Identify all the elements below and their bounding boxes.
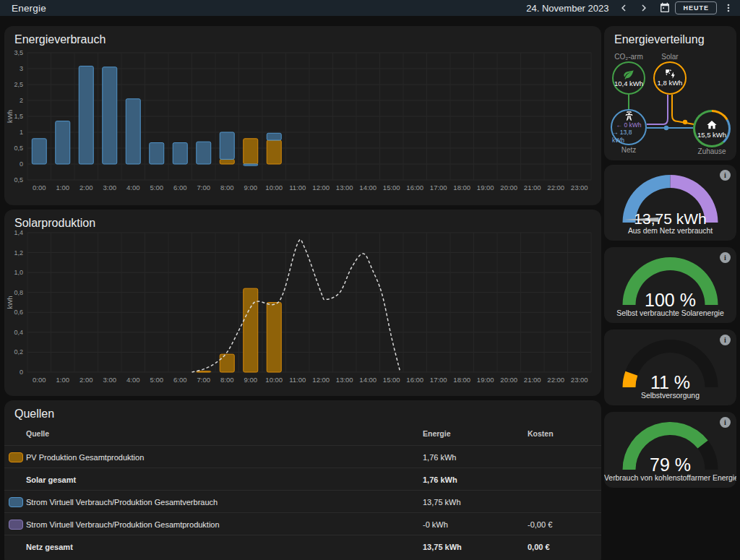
x-tick-label: 5:00 (150, 376, 164, 384)
overflow-menu-button[interactable] (723, 2, 734, 14)
y-tick-label: 0,8 (14, 289, 23, 296)
gauge-card-grid-consumption: 13,75 kWhAus dem Netz verbrauchti (604, 165, 736, 241)
energy-consumption-title: Energieverbrauch (14, 33, 106, 46)
bar-Netz[interactable] (150, 143, 164, 164)
leaf-icon (623, 69, 634, 80)
bar-Netz[interactable] (267, 133, 281, 140)
bar-Solarproduktion[interactable] (220, 159, 234, 164)
y-tick-label: 0 (20, 369, 23, 376)
x-tick-label: 23:00 (571, 376, 588, 384)
low-carbon-label: CO₂-arm (614, 53, 642, 61)
bar-Netz[interactable] (220, 132, 234, 159)
previous-day-button[interactable] (616, 0, 632, 16)
flow-dot-solar (683, 120, 687, 124)
x-tick-label: 22:00 (547, 376, 564, 384)
x-tick-label: 23:00 (571, 184, 588, 191)
info-icon-button[interactable]: i (720, 252, 731, 263)
source-energy: -0 kWh (423, 520, 448, 529)
y-tick-label: 0,5 (14, 145, 23, 152)
gauge-value: 79 % (650, 455, 691, 475)
bar-Netz[interactable] (56, 121, 70, 164)
gauge-card-self-sufficiency: 11 %Selbstversorgungi (604, 329, 736, 405)
bar-Solarproduktion[interactable] (197, 371, 211, 373)
source-label: Strom Virtuell Verbrauch/Produktion Gesa… (26, 498, 218, 507)
energy-dashboard: Energie 24. November 2023 HEUTE Energiev… (0, 0, 740, 560)
x-tick-label: 2:00 (79, 376, 93, 384)
x-tick-label: 2:00 (79, 184, 93, 191)
info-icon-button[interactable]: i (720, 335, 731, 345)
bar-Solarproduktion[interactable] (244, 288, 258, 372)
next-day-button[interactable] (636, 0, 652, 16)
bar-Solarproduktion[interactable] (220, 354, 234, 372)
x-tick-label: 15:00 (383, 376, 400, 384)
series-color-swatch (9, 520, 23, 530)
x-tick-label: 8:00 (220, 184, 234, 191)
series-color-swatch (9, 452, 23, 462)
line-grid-solar-return (647, 95, 668, 124)
x-tick-label: 10:00 (265, 184, 283, 191)
y-tick-label: 1 (20, 129, 23, 136)
low-carbon-value: 10,4 kWh (614, 80, 643, 87)
x-tick-label: 20:00 (500, 184, 517, 191)
calendar-icon (659, 2, 671, 14)
gauge-value: 11 % (650, 372, 690, 392)
bar-Netz[interactable] (197, 142, 211, 164)
y-tick-label: 1,5 (14, 113, 23, 120)
gauge-card-self-consumed-solar: 100 %Selbst verbrauchte Solarenergiei (604, 247, 736, 323)
home-icon (706, 119, 718, 131)
bar-Netz[interactable] (173, 143, 187, 164)
card-sources: Quellen Quelle Energie Kosten PV Produkt… (4, 400, 601, 560)
grid-import-value: → 13,8 kWh (612, 129, 645, 143)
source-row: Strom Virtuell Verbrauch/Produktion Gesa… (4, 512, 601, 535)
x-tick-label: 11:00 (289, 184, 306, 191)
y-tick-label: 0,5 (14, 176, 23, 184)
x-tick-label: 18:00 (453, 376, 470, 384)
source-energy: 13,75 kWh (423, 498, 461, 507)
bar-Solarproduktion[interactable] (267, 140, 281, 164)
x-tick-label: 8:00 (220, 376, 234, 384)
node-solar: 1,8 kWh (653, 61, 687, 95)
chevron-right-icon (637, 1, 650, 14)
bar-Netz[interactable] (32, 139, 46, 164)
bar-Netz[interactable] (126, 99, 140, 164)
x-tick-label: 12:00 (312, 376, 330, 384)
bar-Netz[interactable] (103, 67, 117, 164)
y-tick-label: 0,2 (14, 348, 23, 356)
chevron-left-icon (617, 1, 630, 14)
y-tick-label: 3 (20, 65, 23, 72)
solar-production-title: Solarproduktion (14, 217, 95, 230)
card-energy-distribution: Energieverteilung CO₂-armSolarNetzZuhaus… (604, 26, 736, 160)
y-axis-title: kWh (7, 110, 14, 123)
today-button[interactable]: HEUTE (675, 1, 717, 14)
series-color-swatch (9, 497, 23, 507)
line-solar-home (672, 95, 694, 124)
info-icon-button[interactable]: i (720, 417, 731, 428)
gauge-value: 13,75 kWh (634, 210, 706, 227)
x-tick-label: 15:00 (383, 184, 400, 191)
date-picker-button[interactable] (659, 2, 671, 14)
x-tick-label: 14:00 (359, 376, 377, 384)
source-row: PV Produktion Gesamtproduktion1,76 kWh (4, 445, 601, 468)
card-solar-production: Solarproduktion 00,20,40,60,81,01,21,40:… (4, 210, 601, 396)
bar-Netz[interactable] (79, 66, 93, 164)
solar-power-icon (665, 69, 676, 79)
bar-Solarproduktion[interactable] (267, 303, 281, 373)
info-icon-button[interactable]: i (720, 170, 731, 181)
y-tick-label: 1,4 (14, 229, 23, 236)
x-tick-label: 1:00 (56, 376, 70, 384)
energy-consumption-chart[interactable]: 0,500,511,522,533,50:001:002:003:004:005… (4, 26, 601, 205)
gauge-value: 100 % (645, 290, 696, 310)
flow-dot-grid (664, 126, 668, 130)
solar-production-chart[interactable]: 00,20,40,60,81,01,21,40:001:002:003:004:… (4, 210, 601, 396)
source-row: Strom Virtuell Verbrauch/Produktion Gesa… (4, 490, 601, 513)
x-tick-label: 16:00 (406, 376, 423, 384)
x-tick-label: 21:00 (524, 376, 541, 384)
kebab-menu-icon (723, 2, 734, 14)
sources-title: Quellen (14, 408, 54, 421)
x-tick-label: 22:00 (547, 184, 564, 191)
bar-Solarproduktion[interactable] (244, 139, 258, 164)
x-tick-label: 20:00 (500, 376, 517, 384)
bar-Netz[interactable] (244, 164, 258, 165)
source-label: Solar gesamt (26, 475, 76, 484)
x-tick-label: 1:00 (56, 184, 70, 191)
